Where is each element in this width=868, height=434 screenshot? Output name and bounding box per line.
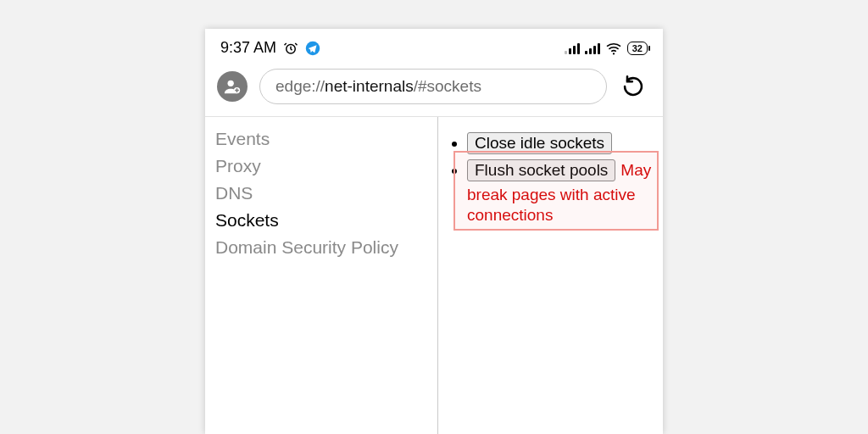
status-left: 9:37 AM [220,39,320,57]
address-bar-row: edge://net-internals/#sockets [205,64,663,117]
main-panel: Close idle sockets Flush socket poolsMay… [438,117,663,434]
content-area: EventsProxyDNSSocketsDomain Security Pol… [205,117,663,434]
svg-point-3 [228,81,234,86]
status-right: 32 [565,42,648,55]
alarm-icon [283,41,298,56]
wifi-icon [605,42,622,55]
list-item: Flush socket poolsMay [467,159,656,181]
sidenav-item-events[interactable]: Events [215,125,437,153]
reload-button[interactable] [619,72,648,101]
side-nav: EventsProxyDNSSocketsDomain Security Pol… [205,117,438,434]
address-input[interactable]: edge://net-internals/#sockets [259,69,607,104]
url-path: /#sockets [414,77,481,96]
close-idle-sockets-button[interactable]: Close idle sockets [467,132,612,154]
sidenav-item-sockets[interactable]: Sockets [215,207,437,234]
sidenav-item-proxy[interactable]: Proxy [215,153,437,180]
sidenav-item-domain-security-policy[interactable]: Domain Security Policy [215,234,437,261]
flush-socket-pools-button[interactable]: Flush socket pools [467,159,615,181]
phone-frame: 9:37 AM [205,29,663,434]
status-bar: 9:37 AM [205,29,663,64]
list-item: Close idle sockets [467,132,656,154]
url-scheme: edge:// [275,77,325,96]
battery-level: 32 [632,43,643,53]
svg-point-2 [613,53,615,54]
signal-1-icon [565,42,580,54]
flush-warning-text: break pages with active connections [442,185,656,225]
url-host: net-internals [325,77,414,96]
socket-actions-list: Close idle sockets Flush socket poolsMay [442,132,656,181]
signal-2-icon [585,42,600,54]
battery-indicator: 32 [627,42,648,55]
sidenav-item-dns[interactable]: DNS [215,180,437,207]
profile-button[interactable] [217,71,248,102]
telegram-icon [305,41,320,56]
status-time: 9:37 AM [220,39,276,57]
flush-warning-inline: May [620,161,651,179]
